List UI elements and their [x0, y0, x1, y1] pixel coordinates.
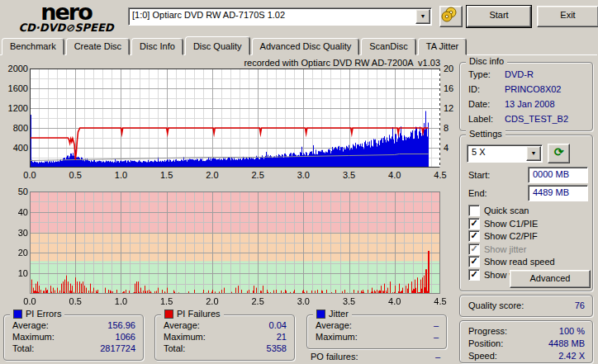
- progress-value: 2.42 X: [558, 351, 585, 361]
- x-axis-tick: 4.5: [428, 170, 453, 180]
- checkbox-icon[interactable]: ✓: [468, 256, 480, 267]
- chevron-down-icon[interactable]: ▼: [415, 9, 430, 24]
- advanced-button[interactable]: Advanced: [510, 270, 591, 288]
- stat-value: 2817724: [100, 343, 135, 353]
- refresh-icon: ⟳: [554, 145, 564, 158]
- y-axis-tick: 20: [3, 248, 28, 258]
- start-button[interactable]: Start: [467, 6, 531, 27]
- quality-score-value: 76: [575, 300, 585, 310]
- disc-info-label: Date:: [468, 99, 490, 109]
- tab-create-disc[interactable]: Create Disc: [66, 38, 130, 55]
- y-axis-tick: 10: [3, 268, 28, 278]
- drive-select-value: [1:0] Optiarc DVD RW AD-7170S 1.02: [132, 10, 405, 21]
- po-failures-label: PO failures:: [311, 352, 358, 362]
- tab-benchmark[interactable]: Benchmark: [2, 38, 64, 55]
- stats-panel-title: PI Failures: [177, 309, 221, 319]
- settings-title: Settings: [466, 129, 505, 139]
- drive-select[interactable]: [1:0] Optiarc DVD RW AD-7170S 1.02 ▼: [128, 7, 432, 26]
- y-axis-tick: 40: [3, 207, 28, 217]
- stat-value: 5358: [267, 343, 287, 353]
- stat-value: 21: [277, 332, 287, 342]
- pi-failures-chart: [30, 191, 440, 294]
- checkbox-icon[interactable]: ✓: [468, 218, 480, 229]
- y-axis-tick: 1200: [3, 103, 28, 113]
- checkbox-show-jitter[interactable]: ✓Show jitter: [468, 243, 526, 255]
- disc-info-value: 13 Jan 2008: [505, 99, 555, 109]
- x-axis-tick: 2.5: [245, 170, 270, 180]
- scan-speed-value: 5 X: [472, 147, 486, 157]
- checkbox-label: Quick scan: [484, 206, 529, 215]
- exit-button[interactable]: Exit: [537, 6, 598, 27]
- tab-disc-quality[interactable]: Disc Quality: [185, 36, 250, 55]
- x-axis-tick: 1.5: [154, 296, 179, 306]
- end-field-label: End:: [468, 188, 487, 198]
- progress-panel: Progress:100 %Position:4488 MBSpeed:2.42…: [459, 320, 593, 363]
- tab-bar: BenchmarkCreate DiscDisc InfoDisc Qualit…: [2, 38, 468, 55]
- checkbox-label: Show read speed: [484, 257, 555, 267]
- pi-errors-chart: [30, 69, 440, 168]
- progress-label: Progress:: [468, 326, 507, 336]
- stat-label: Average:: [316, 320, 352, 330]
- app-logo: nero CD·DVD⊘SPEED: [5, 1, 127, 35]
- logo-cdspeed-text: CD·DVD⊘SPEED: [5, 22, 127, 33]
- checkbox-quick-scan[interactable]: Quick scan: [468, 205, 529, 216]
- legend-square-icon: [13, 310, 22, 319]
- tab-advanced-disc-quality[interactable]: Advanced Disc Quality: [252, 38, 360, 55]
- tab-ta-jitter[interactable]: TA Jitter: [418, 38, 467, 55]
- logo-nero-text: nero: [5, 1, 127, 23]
- start-field[interactable]: 0000 MB: [528, 167, 588, 183]
- x-axis-tick: 0.5: [63, 296, 88, 306]
- chevron-down-icon[interactable]: ▼: [526, 146, 541, 161]
- x-axis-tick: 4.5: [428, 296, 453, 306]
- stat-value: –: [434, 332, 439, 342]
- x-axis-tick: 2.5: [245, 296, 270, 306]
- stat-value: –: [434, 320, 439, 330]
- disc-info-button[interactable]: [439, 6, 463, 27]
- stat-label: Maximum:: [164, 332, 206, 342]
- x-axis-tick: 0.0: [17, 296, 42, 306]
- app-window: nero CD·DVD⊘SPEED [1:0] Optiarc DVD RW A…: [0, 0, 598, 364]
- stats-panel-pi-failures: PI FailuresAverage:0.04Maximum:21Total:5…: [154, 314, 295, 361]
- disc-info-label: Label:: [468, 114, 493, 124]
- x-axis-tick: 1.0: [108, 170, 133, 180]
- x-axis-tick: 0.0: [17, 170, 42, 180]
- checkbox-icon[interactable]: ✓: [468, 269, 480, 281]
- stats-panel-title: Jitter: [329, 309, 349, 319]
- x-axis-tick: 3.0: [291, 296, 316, 306]
- stat-label: Average:: [12, 320, 49, 330]
- x-axis-tick: 3.5: [337, 296, 362, 306]
- x-axis-tick: 0.5: [63, 170, 88, 180]
- tab-disc-info[interactable]: Disc Info: [131, 38, 183, 55]
- x-axis-tick: 2.0: [200, 170, 225, 180]
- stats-panel-jitter: JitterAverage:–Maximum:–: [306, 314, 447, 349]
- stat-label: Average:: [164, 320, 200, 330]
- disc-info-panel: Disc info Type:DVD-RID:PRINCO8X02Date:13…: [459, 62, 593, 131]
- refresh-button[interactable]: ⟳: [548, 144, 570, 163]
- chart-title: recorded with Optiarc DVD RW AD-7200A v1…: [149, 58, 440, 68]
- stats-panel-title: PI Errors: [26, 309, 61, 319]
- stat-value: 0.04: [269, 320, 287, 330]
- checkbox-show-c1-pie[interactable]: ✓Show C1/PIE: [468, 218, 538, 229]
- start-field-label: Start:: [468, 170, 490, 180]
- checkbox-label: Show C1/PIE: [484, 219, 538, 229]
- y-axis-tick: 50: [3, 187, 28, 196]
- y-axis-tick: 2000: [3, 64, 28, 73]
- checkbox-show-c2-pif[interactable]: ✓Show C2/PIF: [468, 230, 538, 242]
- progress-value: 4488 MB: [548, 338, 585, 348]
- tab-scandisc[interactable]: ScanDisc: [361, 38, 415, 55]
- x-axis-tick: 4.0: [382, 296, 407, 306]
- scan-speed-select[interactable]: 5 X ▼: [467, 144, 543, 163]
- quality-score-label: Quality score:: [468, 300, 524, 310]
- disc-info-label: ID:: [468, 84, 480, 94]
- checkbox-icon[interactable]: ✓: [468, 243, 480, 255]
- disc-stack-icon: [440, 7, 458, 23]
- progress-value: 100 %: [559, 326, 585, 336]
- end-field[interactable]: 4489 MB: [528, 185, 588, 201]
- po-failures-value: –: [435, 352, 440, 362]
- checkbox-icon[interactable]: ✓: [468, 230, 480, 242]
- checkbox-icon[interactable]: [468, 205, 480, 216]
- stat-value: 1066: [116, 332, 135, 342]
- checkbox-show-read-speed[interactable]: ✓Show read speed: [468, 256, 555, 267]
- legend-square-icon: [316, 310, 325, 319]
- x-axis-tick: 1.5: [154, 170, 179, 180]
